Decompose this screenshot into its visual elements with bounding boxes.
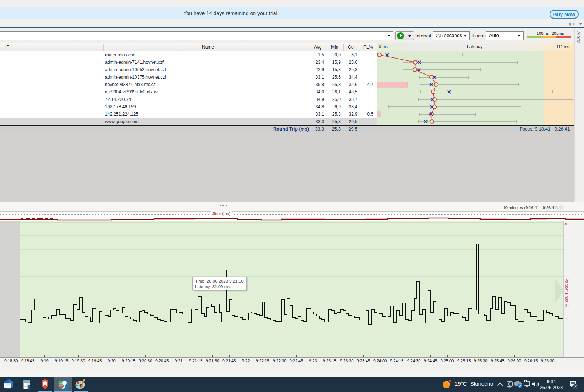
svg-text:2: 2 [574,384,577,389]
